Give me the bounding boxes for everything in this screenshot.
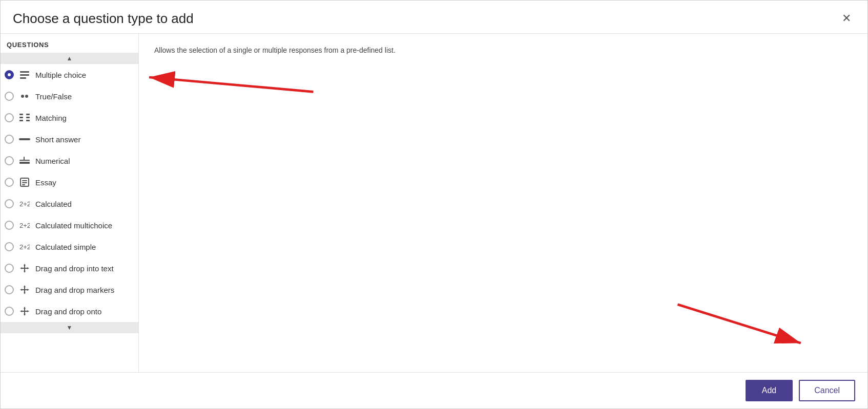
svg-rect-13 xyxy=(24,157,25,161)
svg-marker-32 xyxy=(20,289,22,291)
dialog-body: QUESTIONS ▲ Multiple choiceTrue/FalseMat… xyxy=(1,34,867,372)
question-description: Allows the selection of a single or mult… xyxy=(154,46,852,54)
svg-line-43 xyxy=(677,305,800,343)
sidebar: QUESTIONS ▲ Multiple choiceTrue/FalseMat… xyxy=(1,34,139,372)
sidebar-item-drag-drop-text[interactable]: Drag and drop into text xyxy=(1,257,138,279)
label-calculated-multichoice: Calculated multichoice xyxy=(35,221,112,230)
label-essay: Essay xyxy=(35,178,56,187)
sidebar-item-short-answer[interactable]: Short answer xyxy=(1,128,138,150)
icon-matching xyxy=(19,112,30,123)
content-area: Allows the selection of a single or mult… xyxy=(139,34,867,372)
svg-rect-8 xyxy=(26,114,30,115)
icon-drag-drop-text xyxy=(19,263,30,274)
icon-numerical xyxy=(19,155,30,166)
sidebar-item-multiple-choice[interactable]: Multiple choice xyxy=(1,64,138,85)
svg-rect-16 xyxy=(22,180,27,181)
svg-marker-33 xyxy=(27,289,29,291)
radio-true-false[interactable] xyxy=(5,92,14,101)
svg-marker-26 xyxy=(20,267,22,269)
svg-text:2+2: 2+2 xyxy=(19,243,30,251)
svg-text:2+2: 2+2 xyxy=(19,222,30,229)
sidebar-item-true-false[interactable]: True/False xyxy=(1,85,138,107)
radio-drag-drop-markers[interactable] xyxy=(5,285,14,294)
icon-short-answer xyxy=(19,134,30,145)
icon-drag-drop-onto xyxy=(19,306,30,317)
sidebar-item-calculated[interactable]: 2+2Calculated xyxy=(1,193,138,214)
sidebar-item-calculated-multichoice[interactable]: 2+2Calculated multichoice xyxy=(1,214,138,236)
icon-essay xyxy=(19,177,30,188)
scroll-up-arrow[interactable]: ▲ xyxy=(1,53,138,64)
sidebar-item-matching[interactable]: Matching xyxy=(1,107,138,128)
label-true-false: True/False xyxy=(35,92,72,101)
label-calculated: Calculated xyxy=(35,200,72,208)
sidebar-list-wrapper[interactable]: ▲ Multiple choiceTrue/FalseMatchingShort… xyxy=(1,53,138,372)
annotation-arrows xyxy=(139,34,867,372)
label-drag-drop-text: Drag and drop into text xyxy=(35,264,114,273)
sidebar-item-drag-drop-markers[interactable]: Drag and drop markers xyxy=(1,279,138,300)
icon-calculated-multichoice: 2+2 xyxy=(19,220,30,231)
dialog-footer: Add Cancel xyxy=(1,372,867,408)
svg-rect-1 xyxy=(20,74,29,76)
svg-marker-31 xyxy=(24,292,26,294)
cancel-button[interactable]: Cancel xyxy=(799,380,855,401)
svg-rect-14 xyxy=(19,162,30,164)
icon-calculated-simple: 2+2 xyxy=(19,241,30,252)
radio-calculated-simple[interactable] xyxy=(5,242,14,251)
svg-marker-27 xyxy=(27,267,29,269)
sidebar-item-calculated-simple[interactable]: 2+2Calculated simple xyxy=(1,236,138,257)
svg-rect-10 xyxy=(26,120,30,121)
icon-calculated: 2+2 xyxy=(19,198,30,209)
label-matching: Matching xyxy=(35,114,67,122)
svg-rect-6 xyxy=(19,117,23,118)
radio-drag-drop-text[interactable] xyxy=(5,264,14,273)
svg-point-3 xyxy=(21,95,24,98)
label-drag-drop-markers: Drag and drop markers xyxy=(35,286,114,294)
sidebar-item-drag-drop-onto[interactable]: Drag and drop onto xyxy=(1,300,138,322)
label-short-answer: Short answer xyxy=(35,135,80,144)
scroll-down-arrow[interactable]: ▼ xyxy=(1,322,138,333)
svg-text:2+2: 2+2 xyxy=(19,200,30,208)
svg-rect-18 xyxy=(22,184,25,185)
sidebar-section-label: QUESTIONS xyxy=(1,34,138,53)
radio-numerical[interactable] xyxy=(5,156,14,165)
dialog-title: Choose a question type to add xyxy=(13,11,194,27)
add-button[interactable]: Add xyxy=(746,380,793,401)
radio-essay[interactable] xyxy=(5,178,14,187)
dialog: Choose a question type to add ✕ QUESTION… xyxy=(0,0,868,409)
svg-rect-0 xyxy=(20,71,29,73)
radio-matching[interactable] xyxy=(5,113,14,122)
svg-marker-38 xyxy=(20,310,22,312)
radio-calculated-multichoice[interactable] xyxy=(5,221,14,230)
svg-rect-17 xyxy=(22,182,27,183)
svg-marker-37 xyxy=(24,314,26,316)
svg-rect-2 xyxy=(20,77,26,79)
svg-marker-36 xyxy=(24,307,26,309)
svg-rect-9 xyxy=(26,117,30,118)
icon-multiple-choice xyxy=(19,69,30,80)
svg-marker-25 xyxy=(24,271,26,273)
sidebar-item-numerical[interactable]: Numerical xyxy=(1,150,138,171)
svg-rect-7 xyxy=(19,120,23,121)
icon-drag-drop-markers xyxy=(19,284,30,295)
svg-line-42 xyxy=(149,77,313,92)
label-drag-drop-onto: Drag and drop onto xyxy=(35,307,101,316)
radio-calculated[interactable] xyxy=(5,199,14,208)
sidebar-list: Multiple choiceTrue/FalseMatchingShort a… xyxy=(1,64,138,322)
label-numerical: Numerical xyxy=(35,157,70,165)
radio-drag-drop-onto[interactable] xyxy=(5,307,14,316)
sidebar-item-essay[interactable]: Essay xyxy=(1,171,138,193)
icon-true-false xyxy=(19,91,30,102)
radio-multiple-choice[interactable] xyxy=(5,70,14,79)
radio-short-answer[interactable] xyxy=(5,135,14,144)
svg-rect-11 xyxy=(19,138,30,140)
svg-point-4 xyxy=(25,95,28,98)
svg-rect-5 xyxy=(19,114,23,115)
svg-marker-30 xyxy=(24,285,26,287)
svg-marker-39 xyxy=(27,310,29,312)
label-calculated-simple: Calculated simple xyxy=(35,243,96,251)
dialog-header: Choose a question type to add ✕ xyxy=(1,1,867,34)
label-multiple-choice: Multiple choice xyxy=(35,71,86,79)
close-button[interactable]: ✕ xyxy=(838,10,855,27)
svg-marker-24 xyxy=(24,264,26,266)
